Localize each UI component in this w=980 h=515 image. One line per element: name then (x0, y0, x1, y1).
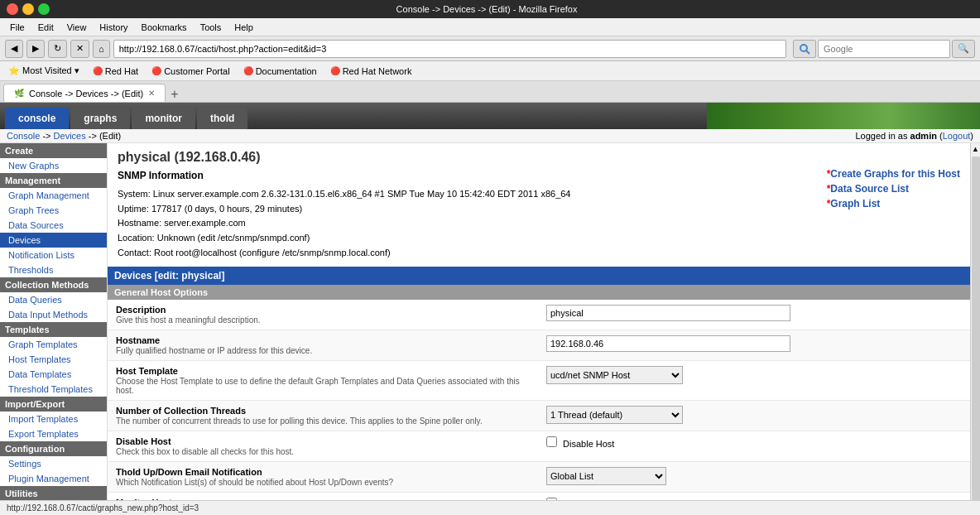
sidebar-item-data-input-methods[interactable]: Data Input Methods (0, 307, 107, 322)
disable-host-checkbox[interactable] (546, 436, 557, 447)
sidebar-item-import-templates[interactable]: Import Templates (0, 412, 107, 426)
sidebar-section-configuration: Configuration (0, 441, 107, 456)
host-template-select[interactable]: ucd/net SNMP Host (546, 366, 683, 384)
thold-notification-select[interactable]: Global List (546, 467, 666, 485)
menu-help[interactable]: Help (228, 21, 260, 34)
sidebar-item-data-sources[interactable]: Data Sources (0, 218, 107, 233)
bookmark-most-visited[interactable]: ⭐ Most Visited ▾ (5, 64, 83, 78)
disable-host-label-cell: Disable Host Check this box to disable a… (108, 431, 538, 462)
logout-link[interactable]: Logout (943, 131, 971, 141)
sidebar: Create New Graphs Management Graph Manag… (0, 143, 108, 515)
browser-tab-active[interactable]: 🌿 Console -> Devices -> (Edit) ✕ (3, 84, 166, 102)
table-row: Description Give this host a meaningful … (108, 300, 970, 330)
info-area: SNMP Information System: Linux server.ex… (108, 168, 970, 267)
scroll-up-button[interactable]: ▲ (972, 145, 979, 153)
home-button[interactable]: ⌂ (93, 40, 110, 58)
status-url: http://192.168.0.67/cacti/graphs_new.php… (7, 503, 199, 513)
docs-icon: 🔴 (243, 66, 253, 75)
graph-list-link[interactable]: Graph List (827, 198, 960, 209)
description-label-cell: Description Give this host a meaningful … (108, 300, 538, 330)
cacti-tab-console[interactable]: console (5, 108, 69, 129)
url-bar[interactable] (113, 40, 786, 58)
sidebar-item-plugin-management[interactable]: Plugin Management (0, 471, 107, 486)
tab-label: Console -> Devices -> (Edit) (29, 89, 143, 99)
sidebar-item-data-templates[interactable]: Data Templates (0, 367, 107, 382)
sidebar-item-threshold-templates[interactable]: Threshold Templates (0, 382, 107, 397)
rhn-icon: 🔴 (330, 66, 340, 75)
threads-select[interactable]: 1 Thread (default) (546, 406, 683, 424)
threads-input-cell: 1 Thread (default) (538, 401, 970, 431)
search-input[interactable] (818, 40, 950, 58)
bookmark-label: Most Visited ▾ (22, 65, 79, 76)
sidebar-item-graph-templates[interactable]: Graph Templates (0, 337, 107, 352)
snmp-uptime: Uptime: 177817 (0 days, 0 hours, 29 minu… (118, 202, 810, 217)
menu-edit[interactable]: Edit (31, 21, 60, 34)
menu-history[interactable]: History (93, 21, 134, 34)
stop-button[interactable]: ✕ (70, 40, 89, 58)
window-title: Console -> Devices -> (Edit) - Mozilla F… (50, 4, 924, 14)
scrollbar-right[interactable]: ▲ ▼ (970, 143, 980, 515)
sidebar-item-settings[interactable]: Settings (0, 456, 107, 471)
sidebar-section-management: Management (0, 173, 107, 188)
search-engine-icon (799, 43, 810, 55)
hostname-input[interactable] (546, 335, 790, 352)
table-row: Disable Host Check this box to disable a… (108, 431, 970, 462)
menu-bookmarks[interactable]: Bookmarks (135, 21, 194, 34)
new-tab-button[interactable]: + (166, 87, 183, 102)
sidebar-item-graph-trees[interactable]: Graph Trees (0, 203, 107, 218)
description-input[interactable] (546, 305, 790, 321)
host-form-table: Description Give this host a meaningful … (108, 300, 970, 515)
create-graphs-link[interactable]: Create Graphs for this Host (827, 168, 960, 180)
menu-view[interactable]: View (60, 21, 94, 34)
login-status: Logged in as admin (Logout) (855, 131, 973, 141)
menu-file[interactable]: File (3, 21, 31, 34)
hostname-input-cell (538, 330, 970, 361)
hostname-desc: Fully qualified hostname or IP address f… (116, 346, 530, 355)
bookmark-customer-portal[interactable]: 🔴 Customer Portal (148, 65, 233, 78)
svg-point-0 (800, 45, 807, 51)
disable-host-input-cell: Disable Host (538, 431, 970, 462)
sidebar-item-thresholds[interactable]: Thresholds (0, 262, 107, 277)
cacti-tab-monitor[interactable]: monitor (132, 108, 195, 129)
forward-button[interactable]: ▶ (26, 40, 45, 58)
cacti-tab-thold[interactable]: thold (197, 108, 247, 129)
threads-desc: The number of concurrent threads to use … (116, 416, 530, 426)
tab-close-button[interactable]: ✕ (148, 89, 155, 98)
restore-button[interactable] (38, 3, 50, 15)
back-button[interactable]: ◀ (5, 40, 23, 58)
sidebar-item-new-graphs[interactable]: New Graphs (0, 158, 107, 173)
thold-notification-input-cell: Global List (538, 462, 970, 493)
bookmark-redhat[interactable]: 🔴 Red Hat (89, 65, 142, 78)
scroll-thumb[interactable] (972, 156, 980, 502)
sidebar-item-data-queries[interactable]: Data Queries (0, 292, 107, 307)
host-template-label: Host Template (116, 366, 530, 376)
disable-host-checkbox-label: Disable Host (563, 439, 614, 449)
breadcrumb-bar: Console -> Devices -> (Edit) Logged in a… (0, 129, 980, 143)
sidebar-item-notification-lists[interactable]: Notification Lists (0, 248, 107, 262)
close-button[interactable] (7, 3, 18, 15)
refresh-button[interactable]: ↻ (48, 40, 67, 58)
hostname-label-cell: Hostname Fully qualified hostname or IP … (108, 330, 538, 361)
bookmark-label: Documentation (256, 66, 317, 76)
main-panel: physical (192.168.0.46) SNMP Information… (108, 143, 970, 515)
bookmark-documentation[interactable]: 🔴 Documentation (240, 65, 320, 78)
thold-notification-label-cell: Thold Up/Down Email Notification Which N… (108, 462, 538, 493)
bookmarks-bar: ⭐ Most Visited ▾ 🔴 Red Hat 🔴 Customer Po… (0, 61, 980, 81)
bookmark-redhat-network[interactable]: 🔴 Red Hat Network (327, 65, 416, 78)
search-go-button[interactable]: 🔍 (952, 40, 975, 58)
breadcrumb-devices[interactable]: Devices (54, 131, 86, 141)
sidebar-item-devices[interactable]: Devices (0, 233, 107, 248)
breadcrumb-console[interactable]: Console (7, 131, 40, 141)
host-template-input-cell: ucd/net SNMP Host (538, 361, 970, 401)
menu-tools[interactable]: Tools (194, 21, 228, 34)
sidebar-item-host-templates[interactable]: Host Templates (0, 352, 107, 367)
sidebar-item-graph-management[interactable]: Graph Management (0, 188, 107, 203)
bookmark-label: Red Hat (105, 66, 138, 76)
table-row: Thold Up/Down Email Notification Which N… (108, 462, 970, 493)
cacti-tab-graphs[interactable]: graphs (70, 108, 130, 129)
host-template-desc: Choose the Host Template to use to defin… (116, 377, 530, 395)
sidebar-item-export-templates[interactable]: Export Templates (0, 426, 107, 441)
data-source-list-link[interactable]: Data Source List (827, 183, 960, 195)
snmp-location: Location: Unknown (edit /etc/snmp/snmpd.… (118, 231, 810, 246)
minimize-button[interactable] (22, 3, 34, 15)
